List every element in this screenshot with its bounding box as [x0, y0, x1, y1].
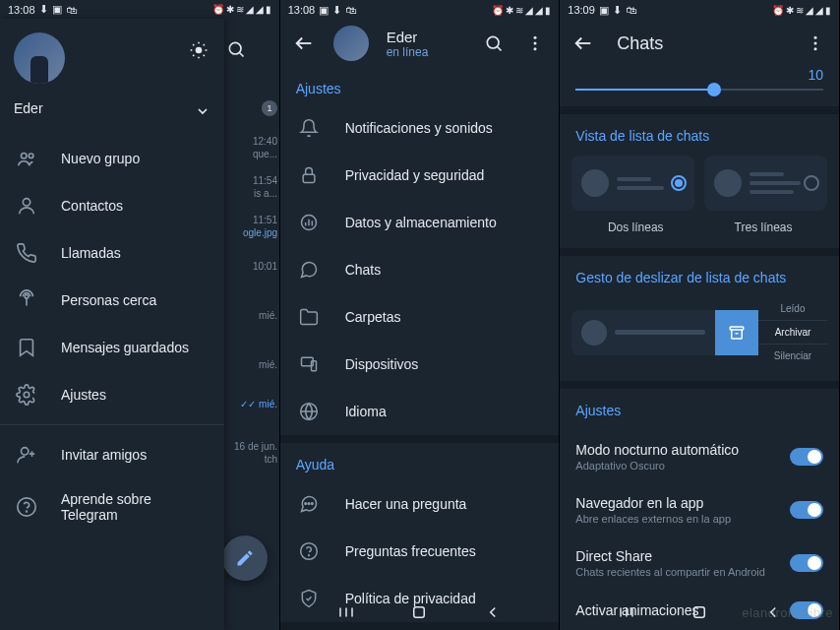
status-bar: 13:08⬇▣🛍 ⏰✱≋◢◢▮ [0, 0, 279, 19]
svg-point-29 [534, 42, 537, 45]
drawer-name: Eder [14, 100, 43, 116]
nav-recent[interactable] [335, 601, 357, 623]
switch-on-icon[interactable] [790, 501, 823, 519]
status-time: 13:08 [288, 4, 316, 16]
bookmark-icon [16, 337, 37, 358]
search-icon[interactable] [224, 30, 248, 69]
menu-telegram-faq[interactable]: Aprende sobre Telegram [0, 478, 224, 536]
settings-list[interactable]: Ajustes Notificaciones y sonidos Privaci… [280, 67, 560, 630]
svg-rect-31 [303, 174, 315, 182]
archive-icon [715, 310, 758, 355]
svg-line-9 [193, 55, 194, 56]
back-icon[interactable] [292, 32, 316, 55]
svg-point-16 [22, 448, 29, 455]
list-view-two-lines[interactable] [571, 156, 694, 211]
screen-chat-settings: 13:09▣⬇🛍 ⏰✱≋◢◢▮ Chats 10 Vista de lista … [560, 0, 840, 630]
phone-icon [16, 242, 37, 264]
divider [0, 424, 224, 425]
svg-point-19 [18, 498, 35, 516]
toggle-in-app-browser[interactable]: Navegador en la appAbre enlaces externos… [560, 483, 839, 536]
section-header-ayuda: Ayuda [280, 435, 560, 480]
toggle-direct-share[interactable]: Direct ShareChats recientes al compartir… [560, 536, 839, 590]
list-view-three-lines[interactable] [704, 156, 827, 211]
chat-list-peek: 1 12:40que... 11:54is a... 11:51ogle.jpg… [224, 20, 280, 591]
help-icon [298, 540, 320, 562]
chevron-down-icon [195, 103, 210, 119]
switch-on-icon[interactable] [790, 448, 823, 466]
chat-dots-icon [298, 493, 320, 515]
setting-privacy[interactable]: Privacidad y seguridad [280, 152, 560, 199]
chat-icon [298, 259, 320, 281]
nav-back[interactable] [482, 601, 504, 623]
svg-point-11 [22, 154, 28, 159]
menu-contacts[interactable]: Contactos [0, 182, 224, 229]
chat-settings-content[interactable]: 10 Vista de lista de chats Dos líneasTre… [560, 67, 839, 630]
swipe-option-archive[interactable]: Archivar [758, 321, 827, 345]
avatar[interactable] [333, 26, 369, 61]
svg-line-1 [240, 53, 244, 57]
nav-home[interactable] [408, 601, 430, 623]
svg-point-40 [304, 503, 306, 505]
svg-point-42 [311, 503, 313, 505]
svg-point-0 [229, 42, 241, 54]
more-icon[interactable] [804, 32, 827, 55]
menu-calls[interactable]: Llamadas [0, 229, 224, 277]
nav-home[interactable] [689, 601, 710, 623]
setting-folders[interactable]: Carpetas [280, 293, 560, 341]
svg-point-43 [300, 543, 317, 560]
svg-point-41 [308, 503, 310, 505]
account-selector[interactable]: Eder [14, 97, 210, 119]
setting-chats[interactable]: Chats [280, 246, 560, 293]
swipe-option-mute[interactable]: Silenciar [758, 345, 827, 367]
svg-point-20 [27, 512, 28, 513]
menu-invite-friends[interactable]: Invitar amigos [0, 431, 224, 478]
svg-point-14 [25, 295, 29, 299]
page-title: Chats [617, 33, 782, 54]
nav-recent[interactable] [616, 601, 637, 623]
settings-subheader: Ajustes [560, 389, 839, 430]
switch-on-icon[interactable] [790, 554, 823, 572]
menu-new-group[interactable]: Nuevo grupo [0, 135, 224, 182]
radio-unselected-icon [804, 175, 819, 191]
status-time: 13:09 [568, 4, 595, 16]
watermark: elandroidelibre [742, 605, 833, 620]
chats-toolbar: Chats [560, 20, 839, 67]
setting-language[interactable]: Idioma [280, 388, 560, 435]
svg-point-52 [813, 47, 816, 50]
compose-fab[interactable] [222, 536, 268, 581]
bell-icon [298, 117, 320, 139]
menu-people-nearby[interactable]: Personas cerca [0, 277, 224, 324]
svg-line-6 [204, 55, 205, 56]
svg-rect-48 [414, 607, 425, 618]
svg-rect-37 [311, 361, 316, 371]
group-icon [16, 148, 37, 169]
swipe-option-read[interactable]: Leído [758, 297, 827, 321]
menu-settings[interactable]: Ajustes [0, 371, 224, 418]
globe-icon [298, 401, 320, 422]
setting-notifications[interactable]: Notificaciones y sonidos [280, 104, 560, 152]
drawer-menu: Nuevo grupo Contactos Llamadas Personas … [0, 127, 224, 536]
avatar[interactable] [14, 32, 65, 84]
theme-toggle-icon[interactable] [187, 38, 210, 62]
svg-point-28 [534, 36, 537, 39]
setting-faq[interactable]: Preguntas frecuentes [280, 528, 560, 575]
svg-point-51 [813, 42, 816, 45]
svg-line-27 [498, 47, 502, 51]
search-icon[interactable] [482, 32, 506, 55]
setting-ask-question[interactable]: Hacer una pregunta [280, 480, 560, 528]
setting-data[interactable]: Datos y almacenamiento [280, 199, 560, 246]
status-time: 13:08 [8, 4, 35, 16]
menu-saved-messages[interactable]: Mensajes guardados [0, 324, 224, 371]
data-icon [298, 212, 320, 233]
svg-point-30 [534, 47, 537, 50]
toggle-auto-night-mode[interactable]: Modo nocturno automáticoAdaptativo Oscur… [560, 430, 839, 483]
more-icon[interactable] [523, 32, 547, 55]
svg-point-50 [813, 36, 816, 39]
back-icon[interactable] [571, 32, 595, 55]
svg-point-26 [488, 36, 500, 48]
folder-icon [298, 306, 320, 328]
profile-title: Eder en línea [387, 29, 465, 59]
settings-toolbar: Eder en línea [280, 20, 560, 67]
corner-radius-slider[interactable]: 10 [560, 67, 839, 106]
setting-devices[interactable]: Dispositivos [280, 341, 560, 388]
